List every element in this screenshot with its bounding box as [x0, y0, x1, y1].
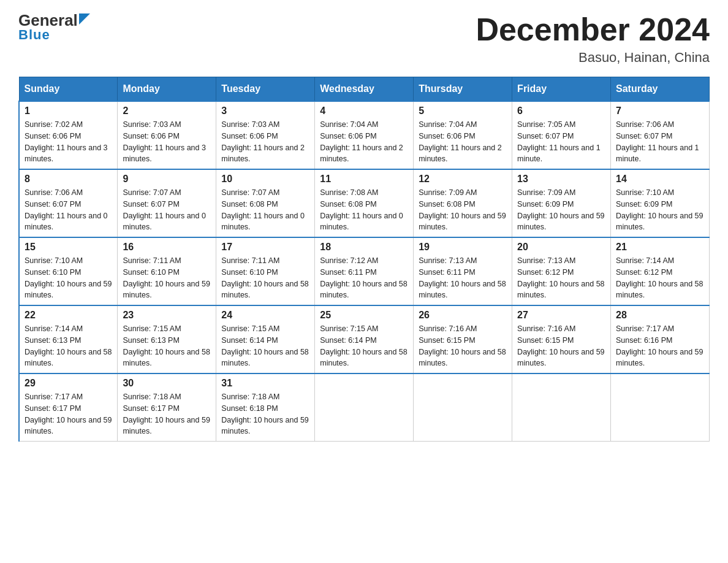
day-number: 21: [616, 242, 704, 253]
day-number: 6: [517, 105, 605, 117]
day-info: Sunrise: 7:07 AMSunset: 6:08 PMDaylight:…: [221, 188, 305, 231]
calendar-cell: 13 Sunrise: 7:09 AMSunset: 6:09 PMDaylig…: [512, 169, 611, 237]
day-number: 28: [616, 310, 704, 321]
logo-triangle-icon: [79, 13, 90, 25]
day-number: 23: [123, 310, 211, 321]
day-info: Sunrise: 7:17 AMSunset: 6:16 PMDaylight:…: [616, 324, 703, 367]
logo-text-blue: Blue: [18, 27, 50, 43]
day-number: 12: [419, 174, 507, 185]
header-friday: Friday: [512, 77, 611, 102]
day-number: 10: [221, 174, 309, 185]
day-info: Sunrise: 7:10 AMSunset: 6:09 PMDaylight:…: [616, 188, 703, 231]
day-info: Sunrise: 7:17 AMSunset: 6:17 PMDaylight:…: [25, 393, 112, 435]
day-info: Sunrise: 7:06 AMSunset: 6:07 PMDaylight:…: [616, 120, 699, 163]
day-info: Sunrise: 7:06 AMSunset: 6:07 PMDaylight:…: [25, 188, 108, 231]
day-info: Sunrise: 7:03 AMSunset: 6:06 PMDaylight:…: [221, 120, 305, 163]
calendar-cell: 17 Sunrise: 7:11 AMSunset: 6:10 PMDaylig…: [216, 237, 315, 305]
calendar-cell: 4 Sunrise: 7:04 AMSunset: 6:06 PMDayligh…: [315, 101, 414, 169]
day-number: 22: [25, 310, 112, 321]
svg-marker-0: [79, 13, 90, 25]
calendar-cell: 18 Sunrise: 7:12 AMSunset: 6:11 PMDaylig…: [315, 237, 414, 305]
calendar-cell: 16 Sunrise: 7:11 AMSunset: 6:10 PMDaylig…: [118, 237, 216, 305]
day-number: 25: [320, 310, 408, 321]
day-info: Sunrise: 7:04 AMSunset: 6:06 PMDaylight:…: [320, 120, 403, 163]
calendar-week-row: 8 Sunrise: 7:06 AMSunset: 6:07 PMDayligh…: [19, 169, 710, 237]
calendar-cell: 5 Sunrise: 7:04 AMSunset: 6:06 PMDayligh…: [414, 101, 512, 169]
day-number: 19: [419, 242, 507, 253]
day-number: 3: [221, 105, 309, 117]
day-info: Sunrise: 7:02 AMSunset: 6:06 PMDaylight:…: [25, 120, 108, 163]
header-wednesday: Wednesday: [315, 77, 414, 102]
day-number: 8: [25, 174, 112, 185]
calendar-header-row: SundayMondayTuesdayWednesdayThursdayFrid…: [19, 77, 710, 102]
calendar-cell: [315, 373, 414, 442]
calendar-cell: 25 Sunrise: 7:15 AMSunset: 6:14 PMDaylig…: [315, 305, 414, 373]
day-number: 13: [517, 174, 605, 185]
day-number: 27: [517, 310, 605, 321]
day-number: 24: [221, 310, 309, 321]
calendar-table: SundayMondayTuesdayWednesdayThursdayFrid…: [18, 77, 710, 442]
day-info: Sunrise: 7:13 AMSunset: 6:11 PMDaylight:…: [419, 256, 506, 299]
calendar-week-row: 29 Sunrise: 7:17 AMSunset: 6:17 PMDaylig…: [19, 373, 710, 442]
calendar-cell: 19 Sunrise: 7:13 AMSunset: 6:11 PMDaylig…: [414, 237, 512, 305]
calendar-cell: 11 Sunrise: 7:08 AMSunset: 6:08 PMDaylig…: [315, 169, 414, 237]
header-sunday: Sunday: [19, 77, 118, 102]
calendar-cell: 14 Sunrise: 7:10 AMSunset: 6:09 PMDaylig…: [611, 169, 710, 237]
day-number: 17: [221, 242, 309, 253]
day-number: 4: [320, 105, 408, 117]
day-info: Sunrise: 7:11 AMSunset: 6:10 PMDaylight:…: [221, 256, 308, 299]
day-number: 7: [616, 105, 704, 117]
calendar-cell: 8 Sunrise: 7:06 AMSunset: 6:07 PMDayligh…: [19, 169, 118, 237]
calendar-cell: 10 Sunrise: 7:07 AMSunset: 6:08 PMDaylig…: [216, 169, 315, 237]
day-number: 18: [320, 242, 408, 253]
day-info: Sunrise: 7:16 AMSunset: 6:15 PMDaylight:…: [517, 324, 604, 367]
day-info: Sunrise: 7:15 AMSunset: 6:14 PMDaylight:…: [320, 324, 407, 367]
title-block: December 2024 Basuo, Hainan, China: [476, 12, 710, 66]
calendar-cell: 2 Sunrise: 7:03 AMSunset: 6:06 PMDayligh…: [118, 101, 216, 169]
day-info: Sunrise: 7:14 AMSunset: 6:12 PMDaylight:…: [616, 256, 703, 299]
calendar-cell: 21 Sunrise: 7:14 AMSunset: 6:12 PMDaylig…: [611, 237, 710, 305]
day-info: Sunrise: 7:11 AMSunset: 6:10 PMDaylight:…: [123, 256, 210, 299]
month-title: December 2024: [476, 12, 710, 47]
day-number: 20: [517, 242, 605, 253]
calendar-cell: 29 Sunrise: 7:17 AMSunset: 6:17 PMDaylig…: [19, 373, 118, 442]
header-tuesday: Tuesday: [216, 77, 315, 102]
header-thursday: Thursday: [414, 77, 512, 102]
calendar-week-row: 15 Sunrise: 7:10 AMSunset: 6:10 PMDaylig…: [19, 237, 710, 305]
calendar-cell: 15 Sunrise: 7:10 AMSunset: 6:10 PMDaylig…: [19, 237, 118, 305]
calendar-cell: 7 Sunrise: 7:06 AMSunset: 6:07 PMDayligh…: [611, 101, 710, 169]
day-info: Sunrise: 7:04 AMSunset: 6:06 PMDaylight:…: [419, 120, 502, 163]
day-number: 15: [25, 242, 112, 253]
day-number: 26: [419, 310, 507, 321]
day-info: Sunrise: 7:03 AMSunset: 6:06 PMDaylight:…: [123, 120, 206, 163]
calendar-cell: 23 Sunrise: 7:15 AMSunset: 6:13 PMDaylig…: [118, 305, 216, 373]
day-number: 5: [419, 105, 507, 117]
calendar-cell: 12 Sunrise: 7:09 AMSunset: 6:08 PMDaylig…: [414, 169, 512, 237]
calendar-cell: 28 Sunrise: 7:17 AMSunset: 6:16 PMDaylig…: [611, 305, 710, 373]
logo-text-general: General: [18, 12, 78, 28]
day-number: 16: [123, 242, 211, 253]
day-info: Sunrise: 7:12 AMSunset: 6:11 PMDaylight:…: [320, 256, 407, 299]
calendar-week-row: 1 Sunrise: 7:02 AMSunset: 6:06 PMDayligh…: [19, 101, 710, 169]
calendar-cell: 24 Sunrise: 7:15 AMSunset: 6:14 PMDaylig…: [216, 305, 315, 373]
calendar-cell: 22 Sunrise: 7:14 AMSunset: 6:13 PMDaylig…: [19, 305, 118, 373]
calendar-cell: [512, 373, 611, 442]
day-info: Sunrise: 7:13 AMSunset: 6:12 PMDaylight:…: [517, 256, 604, 299]
calendar-cell: 20 Sunrise: 7:13 AMSunset: 6:12 PMDaylig…: [512, 237, 611, 305]
header-saturday: Saturday: [611, 77, 710, 102]
calendar-cell: 26 Sunrise: 7:16 AMSunset: 6:15 PMDaylig…: [414, 305, 512, 373]
day-info: Sunrise: 7:15 AMSunset: 6:14 PMDaylight:…: [221, 324, 308, 367]
calendar-cell: 9 Sunrise: 7:07 AMSunset: 6:07 PMDayligh…: [118, 169, 216, 237]
day-number: 1: [25, 105, 112, 117]
calendar-cell: 6 Sunrise: 7:05 AMSunset: 6:07 PMDayligh…: [512, 101, 611, 169]
day-info: Sunrise: 7:08 AMSunset: 6:08 PMDaylight:…: [320, 188, 403, 231]
calendar-cell: 30 Sunrise: 7:18 AMSunset: 6:17 PMDaylig…: [118, 373, 216, 442]
day-info: Sunrise: 7:07 AMSunset: 6:07 PMDaylight:…: [123, 188, 206, 231]
header-monday: Monday: [118, 77, 216, 102]
day-number: 2: [123, 105, 211, 117]
day-number: 31: [221, 378, 309, 389]
day-number: 11: [320, 174, 408, 185]
calendar-cell: 27 Sunrise: 7:16 AMSunset: 6:15 PMDaylig…: [512, 305, 611, 373]
day-info: Sunrise: 7:15 AMSunset: 6:13 PMDaylight:…: [123, 324, 210, 367]
day-number: 29: [25, 378, 112, 389]
